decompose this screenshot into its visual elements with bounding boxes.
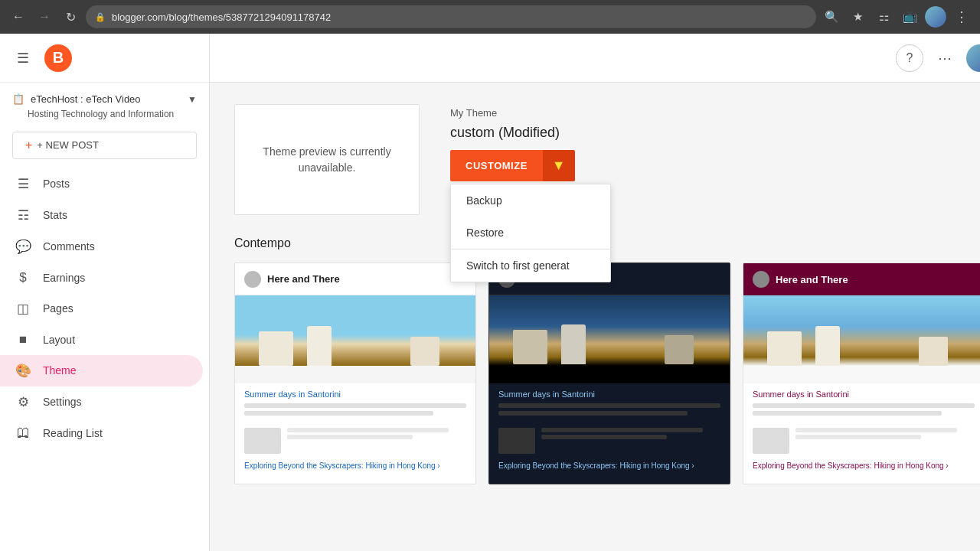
dropdown-item-restore[interactable]: Restore [451, 217, 610, 249]
address-bar[interactable]: 🔒 blogger.com/blog/themes/53877212940911… [86, 5, 816, 28]
sidebar-item-settings[interactable]: ⚙ Settings [0, 386, 203, 418]
sidebar-item-comments[interactable]: 💬 Comments [0, 231, 203, 262]
my-theme-name: custom (Modified) [450, 125, 575, 141]
building3-accent [919, 337, 948, 366]
more-btn[interactable]: ⋮ [951, 6, 972, 28]
hero-image-accent [743, 295, 980, 383]
card-header-light: Here and There [235, 263, 475, 295]
sidebar: ☰ B 📋 eTechHost : eTech Video ▼ Hosting … [0, 34, 210, 551]
theme-top-section: Theme preview is currently unavailable. … [234, 104, 980, 215]
layout-icon: ■ [15, 332, 31, 347]
dropdown-arrow-icon: ▼ [188, 94, 197, 105]
customize-main-button[interactable]: CUSTOMIZE [450, 150, 543, 181]
blog-name-accent: Here and There [776, 274, 848, 285]
theme-card-accent[interactable]: Here and There Summer days in Santorini [743, 262, 980, 484]
card-row-light [235, 425, 475, 457]
theme-card-dark[interactable]: Here and There Summer days in Santorini [488, 262, 730, 484]
comments-label: Comments [43, 240, 95, 253]
dropdown-item-switch[interactable]: Switch to first generat [451, 249, 610, 282]
header-avatar[interactable] [966, 44, 980, 72]
extensions-btn[interactable]: ⚏ [873, 6, 894, 28]
thumb-dark [498, 428, 535, 454]
search-icon-btn[interactable]: 🔍 [821, 6, 842, 28]
hero-image-dark [489, 295, 730, 383]
tl2 [287, 435, 413, 439]
card-subtitle-light: Summer days in Santorini [235, 383, 475, 402]
dropdown-item-backup[interactable]: Backup [451, 184, 610, 217]
content-line-d1 [498, 403, 720, 408]
card-caption-accent: Exploring Beyond the Skyscrapers: Hiking… [743, 457, 980, 474]
sidebar-item-reading-list[interactable]: 🕮 Reading List [0, 418, 203, 448]
avatar-accent [753, 271, 769, 288]
hero-image-light [235, 295, 475, 383]
card-row-accent [743, 425, 980, 457]
pages-label: Pages [43, 302, 74, 315]
backup-label: Backup [466, 194, 502, 207]
forward-button[interactable]: → [34, 6, 55, 28]
earnings-icon: $ [15, 270, 31, 285]
card-content-dark [489, 402, 730, 425]
sidebar-item-pages[interactable]: ◫ Pages [0, 293, 203, 324]
card-content-light [235, 402, 475, 425]
content-line-d2 [498, 411, 688, 416]
browser-chrome: ← → ↻ 🔒 blogger.com/blog/themes/53877212… [0, 0, 980, 34]
settings-label: Settings [43, 396, 82, 408]
new-post-button[interactable]: + + NEW POST [12, 132, 197, 159]
content-line-a1 [753, 403, 975, 408]
sidebar-item-layout[interactable]: ■ Layout [0, 324, 203, 355]
help-button[interactable]: ? [896, 44, 923, 72]
building-dark [561, 324, 586, 364]
card-subtitle-dark: Summer days in Santorini [489, 383, 730, 402]
sidebar-item-posts[interactable]: ☰ Posts [0, 168, 203, 200]
card-content-accent [743, 402, 980, 425]
content-line-1 [244, 403, 466, 408]
thumb-light [244, 428, 281, 454]
switch-label: Switch to first generat [466, 259, 570, 272]
my-theme-panel: My Theme custom (Modified) CUSTOMIZE ▼ [450, 104, 575, 181]
card-row-dark [489, 425, 730, 457]
sidebar-item-earnings[interactable]: $ Earnings [0, 262, 203, 293]
card-caption-light: Exploring Beyond the Skyscrapers: Hiking… [235, 457, 475, 474]
blog-title-section[interactable]: 📋 eTechHost : eTech Video ▼ [0, 83, 209, 108]
td1 [541, 428, 703, 432]
customize-dropdown-button[interactable]: ▼ [543, 150, 575, 181]
earnings-label: Earnings [43, 272, 85, 284]
lock-icon: 🔒 [95, 12, 106, 22]
cast-btn[interactable]: 📺 [899, 6, 920, 28]
building-light [307, 326, 332, 366]
theme-label: Theme [43, 364, 77, 377]
my-theme-label: My Theme [450, 107, 575, 119]
main-content: Theme preview is currently unavailable. … [210, 83, 980, 551]
theme-card-light[interactable]: Here and There Summer days in Santorini [234, 262, 476, 484]
customize-btn-group: CUSTOMIZE ▼ Backup Restore [450, 150, 575, 181]
apps-button[interactable]: ⋯ [931, 44, 959, 72]
account-btn[interactable] [925, 6, 946, 28]
reading-list-icon: 🕮 [15, 425, 31, 441]
thumb-text-dark [541, 428, 720, 439]
blogger-logo: B [44, 44, 72, 72]
bookmark-btn[interactable]: ★ [847, 6, 868, 28]
user-avatar [925, 6, 946, 28]
comments-icon: 💬 [15, 239, 31, 255]
blog-icon: 📋 [12, 93, 24, 105]
td2 [541, 435, 667, 439]
customize-label: CUSTOMIZE [466, 160, 528, 171]
thumb-text-light [287, 428, 466, 439]
theme-icon: 🎨 [15, 363, 31, 379]
building-accent [815, 326, 840, 366]
preview-unavailable-text: Theme preview is currently unavailable. [263, 144, 390, 176]
card-subtitle-accent: Summer days in Santorini [743, 383, 980, 402]
plus-icon: + [25, 139, 32, 152]
pages-icon: ◫ [15, 301, 31, 317]
refresh-button[interactable]: ↻ [60, 6, 81, 28]
url-text: blogger.com/blog/themes/5387721294091178… [112, 11, 331, 23]
ta2 [795, 435, 921, 439]
sidebar-app-header: ☰ B [0, 34, 209, 83]
stats-icon: ☶ [15, 207, 31, 223]
hamburger-button[interactable]: ☰ [9, 44, 37, 72]
content-line-a2 [753, 411, 942, 416]
sidebar-item-theme[interactable]: 🎨 Theme [0, 355, 203, 386]
sidebar-item-stats[interactable]: ☶ Stats [0, 200, 203, 231]
dropdown-arrow-icon: ▼ [552, 158, 566, 174]
back-button[interactable]: ← [8, 6, 29, 28]
